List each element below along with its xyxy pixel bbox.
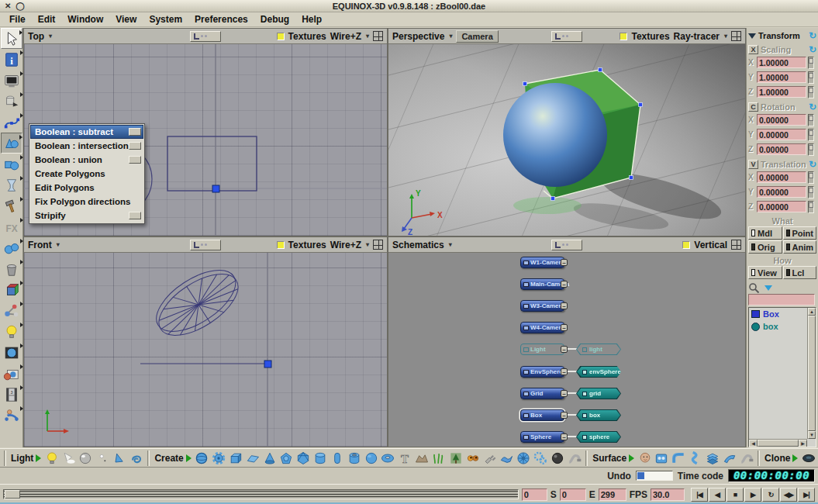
node-connector[interactable]: –	[561, 368, 568, 375]
schematic-node-w4-camera[interactable]: W4-Camera	[520, 322, 564, 333]
point-light-tool-icon[interactable]	[95, 450, 111, 466]
menu-item-fix-polygon-directions[interactable]: Fix Polygon directions	[30, 195, 143, 209]
rotation-x-input[interactable]	[757, 114, 806, 126]
group-key-button[interactable]: C	[748, 102, 758, 112]
schematic-node-box[interactable]: Box	[520, 409, 564, 421]
node-connector[interactable]: –	[561, 302, 568, 309]
filter-input[interactable]	[748, 294, 815, 306]
render-mode[interactable]: Wire+Z	[330, 240, 361, 250]
box3d-tool-icon[interactable]	[227, 450, 243, 466]
lathe-glass-tool[interactable]	[1, 174, 22, 195]
node-connector[interactable]: –	[561, 433, 568, 440]
translation-y-input[interactable]	[757, 186, 806, 198]
select-cursor-tool[interactable]	[1, 28, 22, 49]
current-frame-input[interactable]	[522, 488, 547, 501]
horizontal-scrollbar[interactable]: ◀ ▶	[749, 439, 807, 447]
node-connector[interactable]: –	[561, 390, 568, 397]
trash-tool[interactable]	[1, 258, 22, 279]
pipe-tool-icon[interactable]	[671, 450, 687, 466]
info-tool[interactable]: i	[1, 49, 22, 70]
step-back-button[interactable]: ◀	[709, 488, 726, 502]
menu-item-stripify[interactable]: Stripify	[30, 209, 143, 223]
capsule-tool-icon[interactable]	[330, 450, 346, 466]
menu-debug[interactable]: Debug	[254, 14, 295, 25]
hammer-tool-tool[interactable]	[1, 195, 22, 216]
menu-item-edit-polygons[interactable]: Edit Polygons	[30, 181, 143, 195]
schematic-node-grid[interactable]: Grid	[520, 388, 564, 399]
rotation-y-input[interactable]	[757, 129, 806, 140]
viewport-title[interactable]: Schematics	[392, 240, 444, 250]
render-mode[interactable]: Wire+Z	[330, 31, 361, 42]
camera-object-tool[interactable]	[1, 91, 22, 112]
layout-grid-icon[interactable]	[373, 31, 383, 41]
schematic-node-main-camera[interactable]: Main-Camera	[520, 278, 564, 290]
text-tool-icon[interactable]: T	[397, 450, 413, 466]
play-button[interactable]: ▶	[744, 488, 761, 502]
wire-sphere-tool-icon[interactable]	[194, 450, 210, 466]
menu-option-button[interactable]	[129, 212, 141, 219]
menu-edit[interactable]: Edit	[32, 14, 62, 25]
undo-meter[interactable]	[636, 471, 673, 481]
menu-window[interactable]: Window	[61, 14, 109, 25]
viewport-schematics[interactable]: Schematics▾ Vertical W1-Camera–Main-Came…	[388, 236, 746, 447]
envsphere-tool-icon[interactable]	[78, 450, 94, 466]
textures-checkbox[interactable]	[620, 33, 627, 40]
group-key-button[interactable]: X	[748, 45, 758, 54]
node-connector[interactable]: –	[561, 324, 568, 331]
scaling-x-input[interactable]	[757, 57, 806, 68]
scroll-down-icon[interactable]: ▼	[808, 431, 816, 439]
timeline-slider[interactable]	[3, 489, 519, 499]
viewport-title[interactable]: Top	[28, 31, 44, 42]
metaball-tool-icon[interactable]	[549, 450, 565, 466]
scroll-up-icon[interactable]: ▲	[808, 308, 816, 316]
value-slider[interactable]	[808, 143, 814, 156]
hose-tool-icon[interactable]	[738, 450, 754, 466]
collapse-triangle-icon[interactable]	[748, 33, 756, 39]
how-lcl-button[interactable]: Lcl	[783, 266, 817, 279]
cone-tool-icon[interactable]	[261, 450, 278, 466]
layers-tool-icon[interactable]	[705, 450, 721, 466]
value-slider[interactable]	[808, 129, 814, 141]
loop-button[interactable]: ↻	[762, 488, 779, 502]
value-slider[interactable]	[808, 186, 814, 198]
menu-item-boolean-subtract[interactable]: Boolean : subtract	[30, 125, 143, 139]
node-connector[interactable]: –	[561, 412, 568, 419]
paneled-box-tool-icon[interactable]	[654, 450, 670, 466]
head-tool-icon[interactable]	[637, 450, 653, 466]
viewport-perspective-canvas[interactable]: Y X Z	[388, 44, 745, 236]
textures-checkbox[interactable]	[277, 33, 285, 40]
hose-tool-icon[interactable]	[566, 450, 582, 466]
polygon-tools-tool[interactable]	[1, 133, 22, 154]
menu-item-boolean-union[interactable]: Boolean : union	[30, 153, 143, 167]
fps-input[interactable]	[651, 488, 685, 501]
render-mode[interactable]: Ray-tracer	[674, 31, 720, 42]
eyes-tool-icon[interactable]	[464, 450, 481, 466]
menu-option-button[interactable]	[129, 156, 141, 164]
icosa-tool-icon[interactable]	[295, 450, 312, 466]
value-slider[interactable]	[808, 114, 814, 126]
how-view-button[interactable]: View	[748, 266, 782, 279]
menu-view[interactable]: View	[109, 14, 143, 25]
translation-z-input[interactable]	[757, 201, 806, 212]
value-slider[interactable]	[808, 71, 814, 84]
plane-tool-icon[interactable]	[244, 450, 261, 466]
schematic-node-envsphere[interactable]: EnvSphere	[520, 366, 564, 378]
cone-light-tool-icon[interactable]	[112, 450, 128, 466]
what-point-button[interactable]: Point	[783, 226, 817, 240]
node-connector[interactable]: –	[561, 259, 568, 266]
spotlight-tool-icon[interactable]	[60, 450, 77, 466]
wheel-tool-icon[interactable]	[516, 450, 532, 466]
end-frame-input[interactable]	[599, 488, 626, 501]
terrain-tool-icon[interactable]	[414, 450, 430, 466]
schematic-node-light[interactable]: light	[576, 343, 621, 355]
rotation-z-input[interactable]	[757, 143, 806, 155]
torus-tool-icon[interactable]	[380, 450, 396, 466]
plug-tool-icon[interactable]	[481, 450, 498, 466]
menu-item-boolean-intersection[interactable]: Boolean : intersection	[30, 139, 143, 153]
dodeca-tool-icon[interactable]	[278, 450, 295, 466]
node-connector[interactable]: –	[561, 346, 568, 353]
object-item-box[interactable]: Box	[749, 308, 816, 320]
render-view-tool[interactable]	[1, 363, 22, 384]
go-start-button[interactable]: |◀	[691, 488, 708, 502]
character-rig-tool[interactable]	[1, 405, 22, 426]
